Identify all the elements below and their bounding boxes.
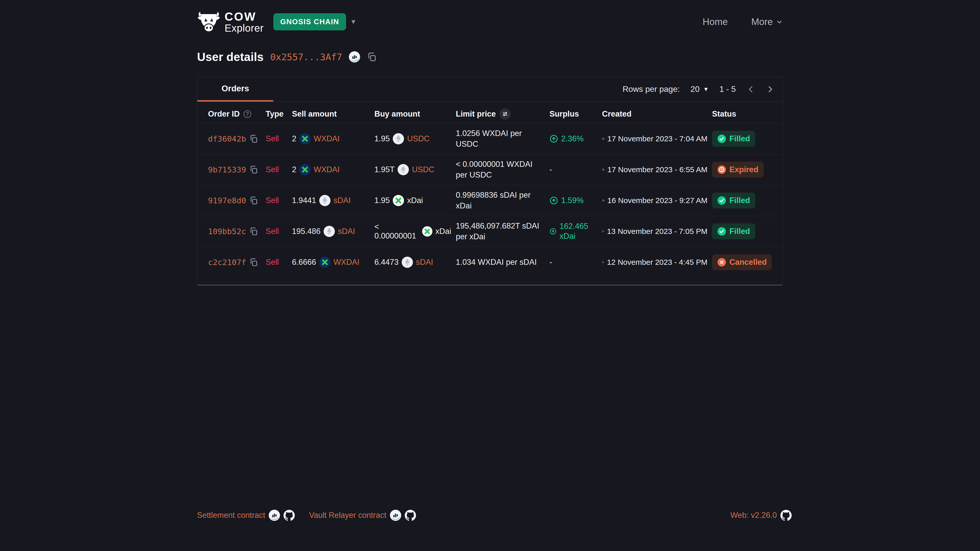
network-badge[interactable]: GNOSIS CHAIN xyxy=(273,13,346,30)
copy-icon[interactable] xyxy=(249,196,258,205)
status-badge: Expired xyxy=(712,162,764,178)
vault-relayer-contract-link[interactable]: Vault Relayer contract xyxy=(309,511,387,520)
network-selector[interactable]: GNOSIS CHAIN ▼ xyxy=(273,13,356,30)
orders-card: Orders Rows per page: 20 ▼ 1 - 5 Order I… xyxy=(197,76,783,286)
check-icon xyxy=(717,196,726,205)
order-id-link[interactable]: df36042b xyxy=(208,134,246,143)
table-row: df36042bSell2WXDAI1.95USDC1.0256 WXDAI p… xyxy=(197,123,783,154)
github-icon[interactable] xyxy=(780,510,792,521)
order-type: Sell xyxy=(266,134,292,143)
order-id-link[interactable]: 9b715339 xyxy=(208,165,246,174)
blockscout-icon[interactable] xyxy=(349,51,360,62)
surplus-value: 162.465 xDai xyxy=(560,221,597,241)
surplus-cell: 2.36% xyxy=(549,134,602,144)
surplus-empty: - xyxy=(549,165,552,174)
user-address[interactable]: 0x2557...3Af7 xyxy=(270,52,342,62)
web-version[interactable]: Web: v2.26.0 xyxy=(730,511,777,520)
copy-address-icon[interactable] xyxy=(367,52,377,62)
github-icon[interactable] xyxy=(405,510,416,521)
col-sell-amount: Sell amount xyxy=(292,110,374,119)
clock-icon xyxy=(602,258,604,267)
token-amount: 1.95 xyxy=(374,134,390,143)
copy-icon[interactable] xyxy=(249,165,258,174)
surplus-cell: 1.59% xyxy=(549,196,602,206)
created-cell: 12 November 2023 - 4:45 PM xyxy=(602,258,712,267)
wxdai-token-icon xyxy=(299,164,310,175)
surplus-value: 1.59% xyxy=(561,196,584,206)
table-row: 109bb52cSell195.486sDAI< 0.00000001xDai1… xyxy=(197,216,783,247)
pagination-range: 1 - 5 xyxy=(719,84,736,94)
rows-per-page-label: Rows per page: xyxy=(622,84,679,94)
token-link[interactable]: USDC xyxy=(412,165,434,174)
rows-per-page-select[interactable]: 20 ▼ xyxy=(690,84,709,94)
created-date: 16 November 2023 - 9:27 AM xyxy=(608,196,708,205)
clock-icon xyxy=(602,165,605,174)
order-id-link[interactable]: 109bb52c xyxy=(208,227,246,236)
nav-home[interactable]: Home xyxy=(703,17,728,27)
check-icon xyxy=(717,134,726,143)
token-link[interactable]: sDAI xyxy=(416,258,433,267)
logo-title: COW xyxy=(224,11,264,23)
nav-more[interactable]: More xyxy=(751,17,783,27)
limit-price: 1.0256 WXDAI per USDC xyxy=(456,128,545,149)
created-cell: 13 November 2023 - 7:05 PM xyxy=(602,227,712,236)
github-icon[interactable] xyxy=(283,510,295,521)
token-icon xyxy=(398,164,409,175)
settlement-contract-link[interactable]: Settlement contract xyxy=(197,511,265,520)
token-link[interactable]: WXDAI xyxy=(313,165,340,174)
token-icon xyxy=(393,133,404,144)
expired-clock-icon xyxy=(717,165,726,174)
footer: Settlement contract Vault Relayer contra… xyxy=(197,510,792,521)
network-dropdown-icon[interactable]: ▼ xyxy=(350,18,357,26)
token-link[interactable]: USDC xyxy=(407,134,430,143)
clock-icon xyxy=(602,134,605,143)
token-icon xyxy=(324,226,335,237)
copy-icon[interactable] xyxy=(249,258,258,267)
token-icon xyxy=(319,195,331,206)
logo-subtitle: Explorer xyxy=(224,23,264,33)
created-date: 17 November 2023 - 7:04 AM xyxy=(608,135,708,143)
token-link[interactable]: sDAI xyxy=(338,227,355,236)
order-type: Sell xyxy=(266,165,292,174)
previous-page-button[interactable] xyxy=(746,85,755,94)
surplus-cell: - xyxy=(549,258,602,267)
limit-price: 195,486,097.682T sDAI per xDai xyxy=(456,221,545,242)
invert-price-icon[interactable] xyxy=(500,108,511,120)
status-badge: Filled xyxy=(712,224,755,239)
col-created: Created xyxy=(602,110,712,119)
status-label: Filled xyxy=(729,227,750,236)
surplus-cell: 162.465 xDai xyxy=(549,221,602,241)
col-order-id: Order ID xyxy=(208,110,240,119)
sell-amount-cell: 2WXDAI xyxy=(292,164,374,175)
created-cell: 17 November 2023 - 6:55 AM xyxy=(602,165,712,174)
cow-explorer-logo[interactable]: COW Explorer xyxy=(197,11,264,33)
blockscout-icon[interactable] xyxy=(390,510,401,521)
buy-amount-cell: 6.4473sDAI xyxy=(374,257,456,268)
token-amount: < 0.00000001 xyxy=(374,222,419,241)
help-icon[interactable] xyxy=(243,110,251,118)
copy-icon[interactable] xyxy=(249,227,258,236)
token-link[interactable]: sDAI xyxy=(334,196,351,205)
token-link[interactable]: WXDAI xyxy=(313,134,340,143)
wxdai-token-icon xyxy=(299,133,310,144)
copy-icon[interactable] xyxy=(249,134,258,143)
orders-table-body: df36042bSell2WXDAI1.95USDC1.0256 WXDAI p… xyxy=(197,123,783,285)
table-row: 9197e8d0Sell1.9441sDAI1.95xDai0.99698836… xyxy=(197,185,783,216)
order-type: Sell xyxy=(266,196,292,205)
cancel-x-icon xyxy=(717,258,726,267)
order-type: Sell xyxy=(266,258,292,267)
limit-price: 0.99698836 sDAI per xDai xyxy=(456,190,545,211)
next-page-button[interactable] xyxy=(766,85,775,94)
token-label: xDai xyxy=(435,227,451,236)
order-id-link[interactable]: 9197e8d0 xyxy=(208,196,246,205)
order-id-link[interactable]: c2c2107f xyxy=(208,258,246,267)
tab-orders[interactable]: Orders xyxy=(197,77,273,102)
token-link[interactable]: WXDAI xyxy=(334,258,360,267)
token-amount: 2 xyxy=(292,134,296,143)
surplus-value: 2.36% xyxy=(561,134,584,144)
rows-per-page-value: 20 xyxy=(690,84,700,94)
buy-amount-cell: 1.95xDai xyxy=(374,195,456,206)
status-label: Filled xyxy=(729,196,750,205)
status-label: Expired xyxy=(729,165,759,174)
blockscout-icon[interactable] xyxy=(269,510,280,521)
